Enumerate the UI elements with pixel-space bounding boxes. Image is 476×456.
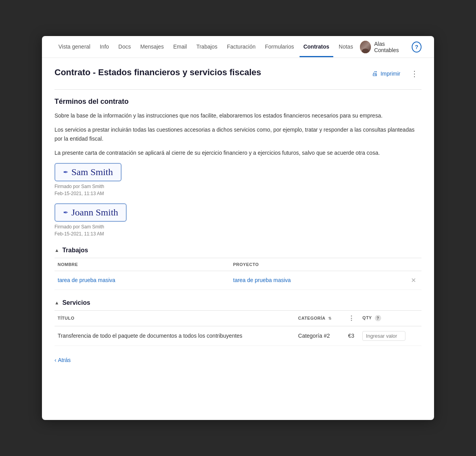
nav-trabajos[interactable]: Trabajos <box>193 37 222 57</box>
header-actions: 🖨 Imprimir ⋮ <box>368 67 421 80</box>
qty-input[interactable] <box>362 331 405 341</box>
servicios-col-categoria: CATEGORÍA ⇅ <box>295 311 345 326</box>
contract-header: Contrato - Estados financieros y servici… <box>55 67 421 80</box>
signature-text-2: ✒ Joann Smith <box>63 207 118 218</box>
servicios-col-qty: QTY ? <box>359 311 421 326</box>
avatar <box>360 41 371 53</box>
trabajos-row-nombre: tarea de prueba masiva <box>55 271 230 290</box>
trabajos-table: NOMBRE PROYECTO tarea de prueba masiva t… <box>55 258 421 290</box>
signature-meta-1: Firmado por Sam Smith Feb-15-2021, 11:13… <box>55 183 421 197</box>
main-content: Contrato - Estados financieros y servici… <box>42 58 434 420</box>
back-link[interactable]: ‹ Atrás <box>55 357 71 363</box>
servicios-title: Servicios <box>62 299 90 306</box>
remove-trabajo-button[interactable]: ✕ <box>409 276 418 285</box>
pen-icon-2: ✒ <box>63 209 68 216</box>
contract-paragraph-3: La presente carta de contratación se apl… <box>55 148 421 157</box>
nav-bar: Vista general Info Docs Mensajes Email T… <box>42 36 434 58</box>
contract-title: Contrato - Estados financieros y servici… <box>55 67 261 78</box>
trabajos-col-proyecto: PROYECTO <box>230 258 406 271</box>
servicio-precio: €3 <box>345 326 360 346</box>
servicios-section: ▲ Servicios TÍTULO CATEGORÍA ⇅ ⋮ <box>55 299 421 346</box>
servicio-qty <box>359 326 421 346</box>
print-button[interactable]: 🖨 Imprimir <box>368 68 404 80</box>
nav-user[interactable]: Alas Contables <box>360 41 406 53</box>
servicios-col-titulo: TÍTULO <box>55 311 295 326</box>
trabajos-row-proyecto: tarea de prueba masiva <box>230 271 406 290</box>
table-row: tarea de prueba masiva tarea de prueba m… <box>55 271 421 290</box>
qty-help-icon[interactable]: ? <box>375 315 381 321</box>
list-item: Transferencia de todo el paquete de docu… <box>55 326 421 346</box>
contract-terms-section: Términos del contrato Sobre la base de l… <box>55 98 421 157</box>
nav-info[interactable]: Info <box>96 37 113 57</box>
nav-notas[interactable]: Notas <box>335 37 357 57</box>
nav-formularios[interactable]: Formularios <box>261 37 298 57</box>
servicio-titulo: Transferencia de todo el paquete de docu… <box>55 326 295 346</box>
trabajos-proyecto-link[interactable]: tarea de prueba masiva <box>233 277 291 283</box>
servicios-table: TÍTULO CATEGORÍA ⇅ ⋮ QTY ? <box>55 311 421 346</box>
terms-title: Términos del contrato <box>55 98 421 106</box>
signature-block-1: ✒ Sam Smith Firmado por Sam Smith Feb-15… <box>55 163 421 197</box>
trabajos-header[interactable]: ▲ Trabajos <box>55 247 421 258</box>
nav-email[interactable]: Email <box>169 37 191 57</box>
contract-paragraph-1: Sobre la base de la información y las in… <box>55 111 421 120</box>
header-divider <box>55 89 421 90</box>
signature-text-1: ✒ Sam Smith <box>63 167 113 177</box>
printer-icon: 🖨 <box>372 70 378 77</box>
more-icon: ⋮ <box>348 315 355 322</box>
sort-icon-categoria[interactable]: ⇅ <box>328 316 332 320</box>
user-name: Alas Contables <box>374 41 406 53</box>
trabajos-nombre-link[interactable]: tarea de prueba masiva <box>58 277 115 283</box>
chevron-up-icon-trabajos: ▲ <box>55 248 59 253</box>
trabajos-col-nombre: NOMBRE <box>55 258 230 271</box>
signature-meta-2: Firmado por Sam Smith Feb-15-2021, 11:13… <box>55 223 421 237</box>
servicios-col-more: ⋮ <box>345 311 360 326</box>
chevron-left-icon: ‹ <box>55 357 56 363</box>
contract-paragraph-2: Los servicios a prestar incluirán todas … <box>55 125 421 143</box>
nav-facturacion[interactable]: Facturación <box>223 37 260 57</box>
trabajos-title: Trabajos <box>62 247 88 254</box>
nav-contratos[interactable]: Contratos <box>300 37 333 57</box>
nav-mensajes[interactable]: Mensajes <box>136 37 168 57</box>
more-options-button[interactable]: ⋮ <box>407 67 421 80</box>
servicio-categoria: Categoría #2 <box>295 326 345 346</box>
help-icon[interactable]: ? <box>412 42 421 52</box>
chevron-up-icon-servicios: ▲ <box>55 300 59 306</box>
signature-block-2: ✒ Joann Smith Firmado por Sam Smith Feb-… <box>55 203 421 237</box>
servicios-header[interactable]: ▲ Servicios <box>55 299 421 311</box>
signature-box-1: ✒ Sam Smith <box>55 163 122 181</box>
trabajos-row-remove: ✕ <box>405 271 421 290</box>
nav-docs[interactable]: Docs <box>114 37 135 57</box>
trabajos-section: ▲ Trabajos NOMBRE PROYECTO tarea de prue… <box>55 247 421 290</box>
signature-box-2: ✒ Joann Smith <box>55 203 127 222</box>
nav-vista-general[interactable]: Vista general <box>55 37 94 57</box>
pen-icon-1: ✒ <box>63 168 68 176</box>
